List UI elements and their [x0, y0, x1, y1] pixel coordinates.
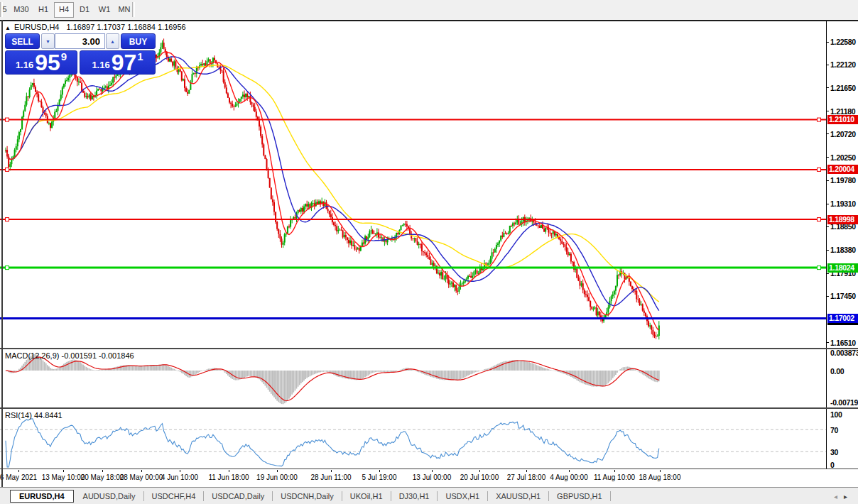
price-tick-label: 1.21650 — [830, 84, 856, 92]
price-tick-mark — [826, 180, 829, 181]
timeframe-button-h1[interactable]: H1 — [34, 2, 53, 16]
date-label: 20 Jul 10:00 — [460, 473, 499, 481]
price-tick-label: 1.16510 — [830, 339, 856, 347]
date-label: 18 Aug 18:00 — [639, 473, 681, 481]
date-tick-mark — [180, 470, 180, 472]
price-badge-1.20004: 1.20004 — [827, 165, 858, 174]
date-tick-mark — [18, 470, 19, 472]
price-tick-mark — [826, 226, 829, 227]
volume-decrease-button[interactable]: ▼ — [41, 33, 55, 49]
price-tick-label: 1.20250 — [830, 153, 856, 162]
ohlc-values: 1.16897 1.17037 1.16884 1.16956 — [67, 23, 186, 31]
timeframe-button-5[interactable]: 5 — [1, 2, 9, 16]
window-left-border — [1, 20, 3, 487]
rsi-pane: RSI(14) 44.8441 10070300 — [0, 407, 858, 469]
price-badge-1.18998: 1.18998 — [827, 215, 858, 224]
tab-separator — [391, 491, 391, 501]
chart-tab-gbpusd-h1[interactable]: GBPUSD,H1 — [550, 490, 609, 503]
tab-separator — [272, 491, 273, 501]
buy-price-display[interactable]: 1.16 97 1 — [80, 50, 156, 75]
chart-tab-bar: EURUSD,H4AUDUSD,DailyUSDCHF,H4USDCAD,Dai… — [0, 487, 858, 504]
rsi-axis-label: 100 — [830, 410, 842, 419]
date-tick-mark — [432, 470, 433, 472]
macd-axis-label: 0.003873 — [830, 349, 858, 357]
chart-tab-ukoil-h1[interactable]: UKOil,H1 — [344, 490, 389, 503]
price-tick-mark — [826, 342, 829, 343]
date-tick-mark — [277, 470, 278, 472]
price-badge-1.21010: 1.21010 — [827, 115, 858, 124]
tab-scroll-right-icon[interactable]: ▸ — [844, 493, 854, 500]
date-tick-mark — [660, 470, 661, 472]
price-tick-mark — [826, 111, 829, 111]
timeframe-button-h4[interactable]: H4 — [54, 2, 74, 18]
price-tick-label: 1.19780 — [830, 176, 856, 185]
price-tick-label: 1.17450 — [830, 292, 856, 300]
tab-separator — [487, 491, 488, 501]
price-tick-mark — [826, 250, 829, 251]
chart-tab-usdchf-h4[interactable]: USDCHF,H4 — [146, 490, 202, 503]
price-tick-mark — [826, 296, 829, 297]
date-label: 13 Jul 00:00 — [413, 473, 452, 481]
date-label: 5 Jul 19:00 — [362, 473, 397, 481]
date-tick-mark — [569, 470, 570, 472]
price-tick-mark — [826, 42, 829, 43]
buy-button[interactable]: BUY — [121, 33, 156, 49]
price-pane: 1.225801.221201.216501.211801.207201.202… — [0, 21, 858, 348]
date-label: 28 May 00:00 — [120, 473, 163, 481]
date-label: 4 Aug 00:00 — [550, 473, 587, 481]
price-tick-label: 1.20720 — [830, 130, 856, 138]
timeframe-button-m30[interactable]: M30 — [10, 2, 33, 16]
tab-separator — [437, 491, 438, 501]
rsi-label: RSI(14) 44.8441 — [5, 411, 63, 420]
buy-price-big: 97 — [112, 53, 137, 72]
rsi-axis[interactable]: 10070300 — [0, 409, 858, 469]
chart-tab-usdcnh-daily[interactable]: USDCNH,Daily — [274, 490, 340, 503]
price-tick-mark — [826, 157, 829, 158]
sell-price-big: 95 — [35, 53, 60, 72]
macd-label: MACD(12,26,9) -0.001591 -0.001846 — [5, 351, 134, 360]
date-label: 19 Jun 00:00 — [256, 473, 298, 481]
collapse-panel-icon[interactable]: ▲ — [5, 25, 11, 31]
price-tick-label: 1.18380 — [830, 246, 856, 254]
macd-axis-label: 0.00 — [830, 367, 844, 376]
price-tick-mark — [826, 65, 829, 65]
timeframe-button-mn[interactable]: MN — [115, 2, 134, 16]
date-tick-mark — [526, 470, 527, 472]
timeframe-button-w1[interactable]: W1 — [95, 2, 114, 16]
chart-title: ▲EURUSD,H41.16897 1.17037 1.16884 1.1695… — [5, 23, 186, 31]
volume-input[interactable] — [55, 33, 105, 49]
chart-tabs: EURUSD,H4AUDUSD,DailyUSDCHF,H4USDCAD,Dai… — [10, 490, 612, 503]
tab-separator — [548, 491, 549, 501]
macd-axis-label: -0.007195 — [830, 398, 858, 407]
timeframe-button-d1[interactable]: D1 — [75, 2, 94, 16]
tab-separator — [342, 491, 342, 501]
chart-tab-usdcad-daily[interactable]: USDCAD,Daily — [205, 490, 271, 503]
date-tick-mark — [141, 470, 142, 472]
chart-tab-audusd-daily[interactable]: AUDUSD,Daily — [77, 490, 142, 503]
buy-price-prefix: 1.16 — [92, 60, 109, 70]
macd-pane: MACD(12,26,9) -0.001591 -0.001846 0.0038… — [0, 348, 858, 407]
price-tick-label: 1.22120 — [830, 60, 856, 69]
chart-tab-usdx-h1[interactable]: USDX,H1 — [439, 490, 486, 503]
price-tick-label: 1.19310 — [830, 199, 856, 208]
date-tick-mark — [102, 470, 103, 472]
price-tick-mark — [826, 133, 829, 134]
volume-increase-button[interactable]: ▲ — [106, 33, 119, 49]
date-label: 28 Jun 11:00 — [310, 473, 351, 481]
date-label: 4 Jun 10:00 — [161, 473, 198, 481]
sell-button[interactable]: SELL — [5, 33, 40, 49]
chart-tab-eurusd-h4[interactable]: EURUSD,H4 — [10, 490, 74, 503]
date-tick-mark — [479, 470, 480, 472]
tab-separator — [143, 491, 144, 501]
rsi-axis-label: 70 — [830, 426, 838, 434]
date-label: 6 May 2021 — [0, 473, 37, 481]
price-tick-label: 1.21180 — [830, 107, 855, 116]
sell-price-display[interactable]: 1.16 95 9 — [5, 50, 77, 75]
date-axis[interactable]: 6 May 202113 May 10:0020 May 18:0028 May… — [0, 469, 858, 487]
tab-scroll-left-icon[interactable]: ◂ — [834, 493, 844, 500]
chart-tab-xauusd-h1[interactable]: XAUUSD,H1 — [489, 490, 547, 503]
chart-tab-dj30-h1[interactable]: DJ30,H1 — [393, 490, 436, 503]
price-badge-1.18024: 1.18024 — [827, 263, 858, 273]
price-badge-1.17002: 1.17002 — [827, 314, 858, 323]
price-tick-label: 1.22580 — [830, 38, 856, 46]
